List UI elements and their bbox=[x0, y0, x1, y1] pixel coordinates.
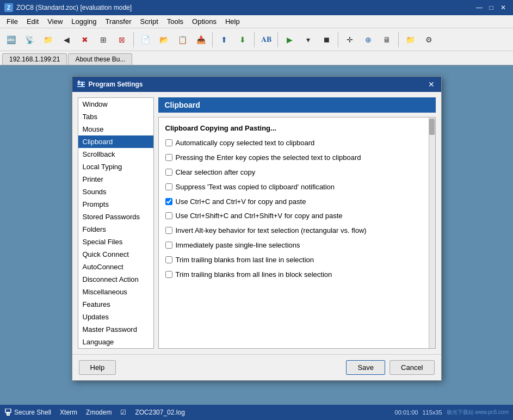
nav-mouse[interactable]: Mouse bbox=[78, 123, 153, 135]
save-button[interactable]: Save bbox=[346, 360, 385, 375]
checkbox-ctrl-cv[interactable] bbox=[165, 198, 172, 205]
nav-quick-connect[interactable]: Quick Connect bbox=[78, 248, 153, 261]
panel-content: Clipboard Copying and Pasting... Automat… bbox=[158, 117, 436, 349]
dialog-title-text: Program Settings bbox=[89, 81, 143, 88]
dialog-close-button[interactable]: ✕ bbox=[426, 80, 437, 89]
plus-icon: ✛ bbox=[347, 35, 353, 44]
nav-updates[interactable]: Updates bbox=[78, 311, 153, 323]
toolbar-playdrop-button[interactable]: ▾ bbox=[299, 31, 317, 48]
status-secure-shell: Secure Shell bbox=[4, 409, 51, 416]
nav-language[interactable]: Language bbox=[78, 336, 153, 348]
help-button[interactable]: Help bbox=[79, 360, 116, 375]
checkbox-ctrl-shift-cv[interactable] bbox=[165, 212, 172, 219]
nav-prompts[interactable]: Prompts bbox=[78, 198, 153, 211]
nav-sounds[interactable]: Sounds bbox=[78, 186, 153, 198]
toolbar-plus-button[interactable]: ✛ bbox=[341, 31, 359, 48]
toolbar-open-button[interactable]: 📁 bbox=[39, 31, 57, 48]
menu-options[interactable]: Options bbox=[188, 16, 221, 27]
connect-icon: 📡 bbox=[25, 35, 34, 44]
toolbar-text-button[interactable]: 𝐀𝐁 bbox=[257, 31, 275, 48]
toolbar-newfolder-button[interactable]: 📂 bbox=[155, 31, 172, 48]
status-zmodem: Zmodem bbox=[86, 409, 112, 416]
checkbox-label-7: Invert Alt-key behavior for text selecti… bbox=[176, 226, 367, 236]
checkbox-alt-key[interactable] bbox=[165, 227, 172, 234]
menu-tools[interactable]: Tools bbox=[163, 16, 188, 27]
toolbar-separator-5 bbox=[338, 32, 338, 47]
toolbar-folder2-button[interactable]: 📁 bbox=[401, 31, 419, 48]
nav-scrollback[interactable]: Scrollback bbox=[78, 148, 153, 160]
checkbox-suppress-notification[interactable] bbox=[165, 183, 172, 190]
toolbar-arrow-left-button[interactable]: ◀ bbox=[58, 31, 75, 48]
settings-icon: ⚙ bbox=[425, 35, 432, 44]
dialog-icon bbox=[77, 80, 85, 89]
nav-disconnect-action[interactable]: Disconnect Action bbox=[78, 273, 153, 286]
toolbar-play-button[interactable]: ▶ bbox=[281, 31, 298, 48]
nav-printer[interactable]: Printer bbox=[78, 173, 153, 186]
toolbar-delete-button[interactable]: ✖ bbox=[76, 31, 94, 48]
checkbox-auto-copy[interactable] bbox=[165, 139, 172, 146]
toolbar-target-button[interactable]: ⊕ bbox=[360, 31, 377, 48]
checkbox-enter-copy[interactable] bbox=[165, 154, 172, 161]
app-icon: Z bbox=[4, 3, 13, 12]
nav-window[interactable]: Window bbox=[78, 98, 153, 110]
toolbar-grid2-button[interactable]: ⊠ bbox=[113, 31, 131, 48]
checkbox-trim-all-lines[interactable] bbox=[165, 271, 172, 278]
menu-help[interactable]: Help bbox=[221, 16, 244, 27]
checkbox-clear-selection[interactable] bbox=[165, 169, 172, 176]
window-controls: — □ ✕ bbox=[474, 3, 509, 12]
toolbar-az-button[interactable]: 🔤 bbox=[2, 31, 20, 48]
cancel-button[interactable]: Cancel bbox=[390, 360, 434, 375]
text-icon: 𝐀𝐁 bbox=[261, 35, 271, 44]
menu-transfer[interactable]: Transfer bbox=[101, 16, 136, 27]
toolbar-settings-button[interactable]: ⚙ bbox=[420, 31, 437, 48]
menu-file[interactable]: File bbox=[2, 16, 22, 27]
toolbar-download-button[interactable]: ⬇ bbox=[234, 31, 251, 48]
toolbar-separator-6 bbox=[398, 32, 399, 47]
download-icon: ⬇ bbox=[239, 35, 246, 44]
folder2-icon: 📁 bbox=[406, 35, 415, 44]
menu-script[interactable]: Script bbox=[136, 16, 163, 27]
svg-point-7 bbox=[8, 413, 9, 415]
toolbar-paste-button[interactable]: 📥 bbox=[192, 31, 209, 48]
toolbar-screen-button[interactable]: 🖥 bbox=[378, 31, 395, 48]
toolbar-grid-button[interactable]: ⊞ bbox=[95, 31, 112, 48]
maximize-button[interactable]: □ bbox=[486, 3, 497, 12]
nav-master-password[interactable]: Master Password bbox=[78, 323, 153, 336]
nav-local-typing[interactable]: Local Typing bbox=[78, 160, 153, 173]
tab-session1[interactable]: 192.168.1.199:21 bbox=[2, 53, 67, 65]
delete-icon: ✖ bbox=[82, 35, 88, 44]
app-window: Z ZOC8 (Standard.zoc) [evaluation mode] … bbox=[0, 0, 513, 420]
checkbox-trim-last-line[interactable] bbox=[165, 256, 172, 263]
scroll-thumb[interactable] bbox=[429, 119, 435, 135]
nav-folders[interactable]: Folders bbox=[78, 223, 153, 236]
nav-miscellaneous[interactable]: Miscellaneous bbox=[78, 286, 153, 298]
toolbar-upload-button[interactable]: ⬆ bbox=[215, 31, 233, 48]
menu-view[interactable]: View bbox=[43, 16, 67, 27]
menu-logging[interactable]: Logging bbox=[67, 16, 101, 27]
menu-edit[interactable]: Edit bbox=[22, 16, 43, 27]
toolbar-copy-button[interactable]: 📋 bbox=[174, 31, 191, 48]
nav-features[interactable]: Features bbox=[78, 298, 153, 311]
nav-autoconnect[interactable]: AutoConnect bbox=[78, 261, 153, 273]
tab-about[interactable]: About these Bu... bbox=[68, 53, 132, 65]
svg-rect-3 bbox=[78, 81, 79, 84]
toolbar: 🔤 📡 📁 ◀ ✖ ⊞ ⊠ 📄 📂 📋 📥 ⬆ ⬇ 𝐀𝐁 ▶ ▾ ⏹ ✛ ⊕ 🖥… bbox=[0, 28, 513, 51]
menu-bar: File Edit View Logging Transfer Script T… bbox=[0, 15, 513, 28]
nav-special-files[interactable]: Special Files bbox=[78, 236, 153, 248]
scrollbar[interactable] bbox=[429, 118, 435, 348]
close-button[interactable]: ✕ bbox=[498, 3, 509, 12]
minimize-button[interactable]: — bbox=[474, 3, 485, 12]
nav-clipboard[interactable]: Clipboard bbox=[78, 135, 153, 148]
dialog-footer-right: Save Cancel bbox=[346, 360, 434, 375]
status-logfile: ZOC2307_02.log bbox=[135, 409, 184, 416]
checkbox-immediate-paste[interactable] bbox=[165, 242, 172, 249]
nav-stored-passwords[interactable]: Stored Passwords bbox=[78, 211, 153, 223]
checkbox-label-5: Use Ctrl+C and Ctrl+V for copy and paste bbox=[176, 197, 306, 207]
toolbar-file-button[interactable]: 📄 bbox=[137, 31, 154, 48]
nav-tabs[interactable]: Tabs bbox=[78, 110, 153, 123]
toolbar-stop-button[interactable]: ⏹ bbox=[318, 31, 335, 48]
checkbox-row-7: Invert Alt-key behavior for text selecti… bbox=[165, 226, 429, 236]
toolbar-connect-button[interactable]: 📡 bbox=[21, 31, 38, 48]
screen-icon: 🖥 bbox=[383, 35, 391, 44]
status-dimensions: 115x35 bbox=[422, 409, 442, 416]
